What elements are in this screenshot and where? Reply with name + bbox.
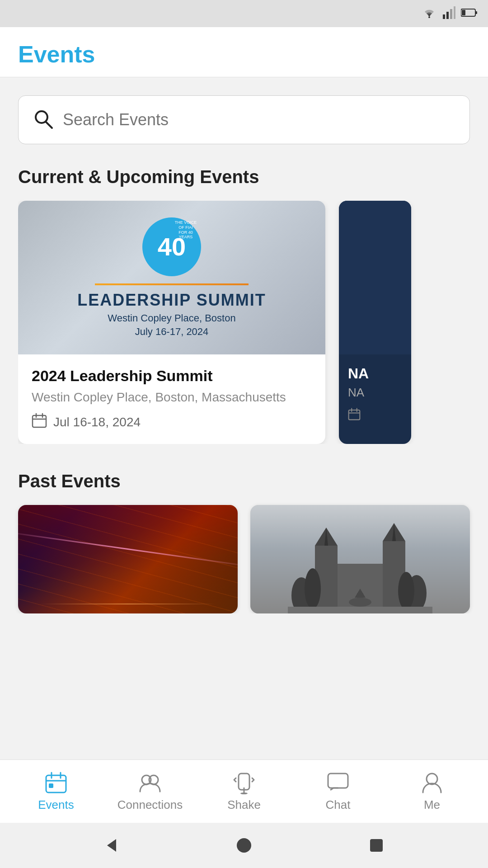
event-card-image: 40 THE VOICE OF FIAIFOR 40 YEARS LEADERS… bbox=[18, 201, 325, 354]
page-title: Events bbox=[18, 41, 470, 68]
peek-card-location: NA bbox=[348, 386, 402, 400]
peek-card-image bbox=[339, 201, 411, 354]
wifi-icon bbox=[421, 6, 437, 21]
orange-divider bbox=[95, 283, 249, 285]
status-bar bbox=[0, 0, 488, 27]
svg-rect-32 bbox=[288, 607, 432, 613]
events-nav-label: Events bbox=[38, 798, 74, 812]
past-event-card-1[interactable] bbox=[18, 505, 238, 613]
peek-card-body: NA NA bbox=[339, 354, 411, 431]
svg-rect-37 bbox=[49, 783, 53, 788]
svg-marker-45 bbox=[107, 839, 116, 852]
current-events-section: Current & Upcoming Events 40 THE VOICE O… bbox=[18, 167, 470, 444]
past-events-section: Past Events bbox=[18, 471, 470, 613]
peek-card-date bbox=[348, 408, 402, 420]
svg-line-9 bbox=[46, 122, 52, 128]
me-nav-label: Me bbox=[424, 798, 440, 812]
svg-rect-1 bbox=[443, 14, 445, 19]
summit-logo-circle: 40 THE VOICE OF FIAIFOR 40 YEARS bbox=[142, 217, 201, 276]
svg-rect-4 bbox=[454, 6, 455, 19]
signal-icon bbox=[443, 6, 455, 21]
svg-rect-14 bbox=[349, 410, 360, 420]
svg-point-44 bbox=[427, 774, 437, 784]
past-event-image-2 bbox=[250, 505, 470, 613]
svg-point-26 bbox=[305, 568, 321, 609]
connections-nav-icon bbox=[138, 771, 162, 794]
svg-rect-6 bbox=[475, 11, 477, 14]
search-bar[interactable] bbox=[18, 95, 470, 144]
back-button[interactable] bbox=[100, 834, 123, 857]
svg-point-28 bbox=[398, 572, 414, 610]
recent-button[interactable] bbox=[365, 834, 388, 857]
svg-rect-10 bbox=[33, 415, 46, 427]
svg-rect-47 bbox=[370, 839, 383, 852]
nav-item-me[interactable]: Me bbox=[385, 771, 479, 812]
svg-rect-7 bbox=[462, 10, 465, 15]
event-date: Jul 16-18, 2024 bbox=[32, 413, 312, 431]
event-date-text: Jul 16-18, 2024 bbox=[53, 415, 141, 429]
svg-rect-2 bbox=[446, 12, 449, 19]
nav-item-chat[interactable]: Chat bbox=[291, 771, 385, 812]
battery-icon bbox=[461, 8, 477, 19]
event-name: 2024 Leadership Summit bbox=[32, 367, 312, 385]
past-events-grid bbox=[18, 505, 470, 613]
summit-location-text: Westin Copley Place, Boston bbox=[108, 312, 235, 324]
peek-card-title: NA bbox=[348, 365, 402, 382]
event-location: Westin Copley Place, Boston, Massachuset… bbox=[32, 390, 312, 405]
past-events-heading: Past Events bbox=[18, 471, 470, 491]
shake-nav-label: Shake bbox=[227, 798, 261, 812]
search-input[interactable] bbox=[63, 110, 455, 129]
nav-item-events[interactable]: Events bbox=[9, 771, 103, 812]
svg-rect-43 bbox=[328, 774, 348, 788]
header: Events bbox=[0, 27, 488, 77]
current-events-heading: Current & Upcoming Events bbox=[18, 167, 470, 187]
main-content: Current & Upcoming Events 40 THE VOICE O… bbox=[0, 77, 488, 613]
calendar-icon bbox=[32, 413, 47, 431]
svg-point-0 bbox=[428, 16, 430, 18]
event-card-body: 2024 Leadership Summit Westin Copley Pla… bbox=[18, 354, 325, 444]
system-nav-bar bbox=[0, 823, 488, 868]
summit-title-text: LEADERSHIP SUMMIT bbox=[77, 291, 266, 310]
me-nav-icon bbox=[420, 771, 444, 794]
search-icon bbox=[33, 108, 54, 131]
chat-nav-icon bbox=[326, 771, 350, 794]
svg-point-46 bbox=[237, 838, 251, 853]
chat-nav-label: Chat bbox=[326, 798, 351, 812]
church-silhouette-svg bbox=[288, 523, 432, 613]
past-event-card-2[interactable] bbox=[250, 505, 470, 613]
nav-item-shake[interactable]: Shake bbox=[197, 771, 291, 812]
shake-nav-icon bbox=[232, 771, 256, 794]
svg-point-42 bbox=[240, 793, 248, 794]
event-card-leadership-summit[interactable]: 40 THE VOICE OF FIAIFOR 40 YEARS LEADERS… bbox=[18, 201, 325, 444]
summit-date-text: July 16-17, 2024 bbox=[135, 326, 209, 338]
past-event-image-1 bbox=[18, 505, 238, 613]
bottom-nav: Events Connections Shake bbox=[0, 760, 488, 823]
connections-nav-label: Connections bbox=[117, 798, 183, 812]
event-card-peek[interactable]: NA NA bbox=[339, 201, 411, 444]
home-button[interactable] bbox=[233, 834, 255, 857]
current-events-scroll[interactable]: 40 THE VOICE OF FIAIFOR 40 YEARS LEADERS… bbox=[18, 201, 470, 444]
nav-item-connections[interactable]: Connections bbox=[103, 771, 197, 812]
events-nav-icon bbox=[44, 771, 68, 794]
svg-rect-3 bbox=[450, 9, 452, 19]
